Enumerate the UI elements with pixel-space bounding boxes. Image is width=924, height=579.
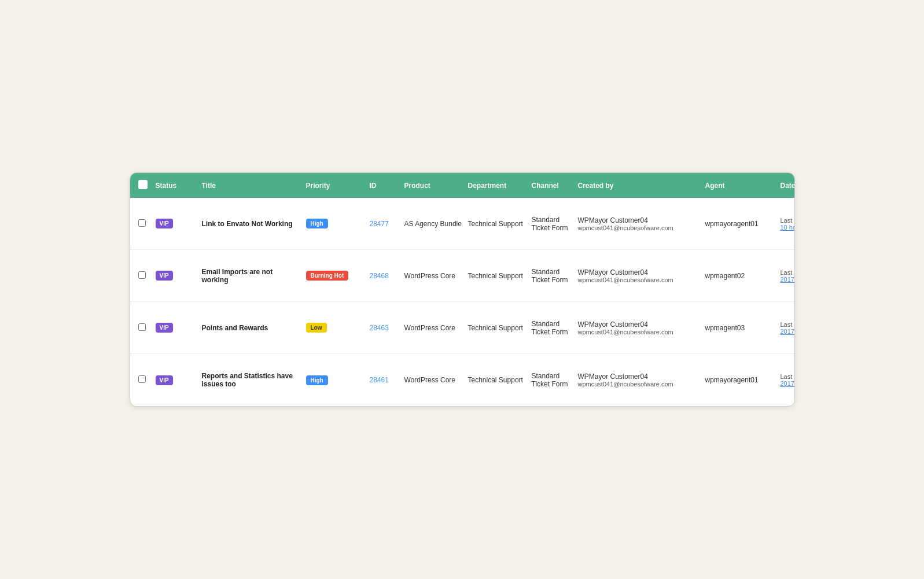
row-priority: Burning Hot [304,271,367,281]
row-title: Email Imports are not working [200,268,304,284]
row-agent: wpmagent02 [703,272,778,280]
table-row[interactable]: VIP Email Imports are not working Burnin… [130,250,794,302]
col-title: Title [200,182,304,190]
creator-email: wpmcust041@ncubesofware.com [578,224,701,231]
date-label: Last Modified [781,321,795,328]
col-product: Product [402,182,466,190]
row-status: VIP [153,271,200,281]
creator-email: wpmcust041@ncubesofware.com [578,381,701,388]
table-row[interactable]: VIP Reports and Statistics have issues t… [130,354,794,406]
row-status: VIP [153,219,200,228]
col-date: Date [778,182,795,190]
row-checkbox-col [136,323,153,333]
row-channel: Standard Ticket Form [529,320,576,336]
row-status: VIP [153,375,200,385]
row-checkbox[interactable] [138,219,146,227]
department-name: Technical Support [468,324,523,332]
row-created-by: WPMayor Customer04 wpmcust041@ncubesofwa… [576,216,703,231]
ticket-title[interactable]: Reports and Statistics have issues too [202,372,293,388]
ticket-title[interactable]: Link to Envato Not Working [202,220,293,228]
ticket-title[interactable]: Email Imports are not working [202,268,273,284]
row-created-by: WPMayor Customer04 wpmcust041@ncubesofwa… [576,268,703,283]
row-status: VIP [153,323,200,333]
product-name: WordPress Core [404,324,455,332]
row-checkbox[interactable] [138,323,146,331]
agent-name: wpmagent03 [705,324,745,332]
col-created-by: Created by [576,182,703,190]
row-agent: wpmayoragent01 [703,220,778,228]
row-product: AS Agency Bundle [402,220,466,228]
agent-name: wpmagent02 [705,272,745,280]
row-checkbox[interactable] [138,271,146,279]
row-date: Last Modified 2017/11/09 [778,373,795,387]
channel-name: Standard Ticket Form [532,320,568,336]
table-body: VIP Link to Envato Not Working High 2847… [130,198,794,406]
creator-email: wpmcust041@ncubesofware.com [578,329,701,335]
row-department: Technical Support [466,376,529,384]
ticket-id[interactable]: 28463 [370,324,389,332]
col-agent: Agent [703,182,778,190]
priority-badge: Low [306,323,327,333]
ticket-id[interactable]: 28468 [370,272,389,280]
ticket-title[interactable]: Points and Rewards [202,324,268,332]
date-value[interactable]: 10 hours ago [781,224,795,231]
select-all-checkbox[interactable] [138,180,148,189]
main-container: Status Title Priority ID Product Departm… [130,172,795,407]
row-channel: Standard Ticket Form [529,216,576,232]
row-created-by: WPMayor Customer04 wpmcust041@ncubesofwa… [576,373,703,388]
vip-badge: VIP [156,271,173,281]
row-title: Link to Envato Not Working [200,220,304,228]
row-date: Last Modified 2017/11/10 [778,269,795,283]
vip-badge: VIP [156,323,173,333]
date-value[interactable]: 2017/11/09 [781,328,795,335]
table-header: Status Title Priority ID Product Departm… [130,173,794,198]
date-label: Last Modified [781,269,795,276]
department-name: Technical Support [468,376,523,384]
row-product: WordPress Core [402,376,466,384]
priority-badge: High [306,375,328,385]
col-id: ID [367,182,402,190]
vip-badge: VIP [156,375,173,385]
row-channel: Standard Ticket Form [529,268,576,284]
row-checkbox-col [136,375,153,385]
channel-name: Standard Ticket Form [532,268,568,284]
row-id: 28463 [367,324,402,332]
row-department: Technical Support [466,272,529,280]
row-priority: High [304,219,367,228]
channel-name: Standard Ticket Form [532,216,568,232]
row-title: Points and Rewards [200,324,304,332]
date-label: Last Modified [781,217,795,224]
creator-name: WPMayor Customer04 [578,373,701,381]
col-status: Status [153,182,200,190]
product-name: WordPress Core [404,376,455,384]
row-channel: Standard Ticket Form [529,372,576,388]
table-row[interactable]: VIP Link to Envato Not Working High 2847… [130,198,794,250]
product-name: AS Agency Bundle [404,220,462,228]
ticket-id[interactable]: 28461 [370,376,389,384]
date-value[interactable]: 2017/11/10 [781,276,795,283]
creator-email: wpmcust041@ncubesofware.com [578,276,701,283]
row-agent: wpmagent03 [703,324,778,332]
row-checkbox-col [136,219,153,228]
row-checkbox[interactable] [138,375,146,383]
department-name: Technical Support [468,272,523,280]
table-row[interactable]: VIP Points and Rewards Low 28463 WordPre… [130,302,794,354]
creator-name: WPMayor Customer04 [578,268,701,276]
agent-name: wpmayoragent01 [705,220,759,228]
row-department: Technical Support [466,220,529,228]
department-name: Technical Support [468,220,523,228]
agent-name: wpmayoragent01 [705,376,759,384]
row-title: Reports and Statistics have issues too [200,372,304,388]
col-priority: Priority [304,182,367,190]
creator-name: WPMayor Customer04 [578,216,701,224]
channel-name: Standard Ticket Form [532,372,568,388]
product-name: WordPress Core [404,272,455,280]
row-product: WordPress Core [402,324,466,332]
creator-name: WPMayor Customer04 [578,320,701,329]
row-created-by: WPMayor Customer04 wpmcust041@ncubesofwa… [576,320,703,335]
row-id: 28477 [367,220,402,228]
ticket-id[interactable]: 28477 [370,220,389,228]
row-product: WordPress Core [402,272,466,280]
date-value[interactable]: 2017/11/09 [781,380,795,387]
vip-badge: VIP [156,219,173,228]
